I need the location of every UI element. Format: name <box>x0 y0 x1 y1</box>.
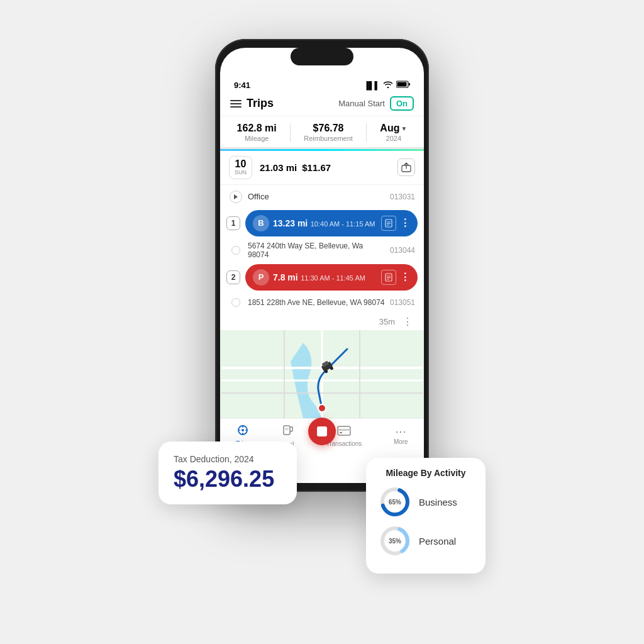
duration-text: 35m <box>379 317 395 326</box>
menu-button[interactable] <box>230 100 242 108</box>
mileage-card-title: Mileage By Activity <box>379 468 473 478</box>
month-selector[interactable]: Aug ▼ <box>380 123 407 134</box>
segment-pill-1[interactable]: B 13.23 mi 10:40 AM - 11:15 AM ⋮ <box>245 210 418 236</box>
svg-rect-32 <box>285 428 289 430</box>
svg-rect-34 <box>338 429 350 431</box>
stats-row: 162.8 mi Mileage $76.78 Reimbursement Au… <box>220 116 424 149</box>
time-display: 9:41 <box>234 80 250 90</box>
trip-amount: $11.67 <box>302 162 331 173</box>
duration-row: 35m ⋮ <box>226 313 418 330</box>
doc-icon-2[interactable] <box>381 270 396 285</box>
manual-start-label: Manual Start <box>338 99 385 108</box>
segment-time-1: 10:40 AM - 11:15 AM <box>311 220 375 228</box>
business-row: 65% Business <box>379 486 473 518</box>
map-svg <box>220 330 424 418</box>
address-stop-2: 1851 228th Ave NE, Bellevue, WA 98074 01… <box>226 292 418 313</box>
date-day: SUN <box>235 169 247 176</box>
reimbursement-value: $76.78 <box>304 123 353 134</box>
address-dot-2 <box>229 296 243 309</box>
dynamic-island <box>291 48 353 65</box>
signal-icon: ▐▌▌ <box>364 81 380 90</box>
address-dot-1 <box>229 243 243 257</box>
more-nav-icon: ⋯ <box>395 426 406 437</box>
more-label: More <box>394 438 408 445</box>
segment-number-2: 2 <box>226 270 240 284</box>
mileage-stat: 162.8 mi Mileage <box>237 123 277 142</box>
stat-divider-1 <box>290 123 291 142</box>
export-button[interactable] <box>397 158 415 176</box>
tax-value: $6,296.25 <box>174 467 282 492</box>
app-title: Trips <box>247 97 274 110</box>
month-stat[interactable]: Aug ▼ 2024 <box>380 123 407 142</box>
personal-label: Personal <box>419 536 456 547</box>
map-area <box>220 330 424 418</box>
month-value: Aug <box>380 123 399 134</box>
scene: 9:41 ▐▌▌ Trips <box>158 39 486 605</box>
svg-text:65%: 65% <box>389 499 401 506</box>
battery-icon <box>396 80 410 90</box>
stop-icon <box>317 426 327 436</box>
segment-letter-2: P <box>253 269 269 286</box>
stat-divider-2 <box>366 123 367 142</box>
app-header: Trips Manual Start On <box>220 94 424 116</box>
business-donut: 65% <box>379 486 411 518</box>
fuel-icon <box>282 424 294 440</box>
timeline: Office 013031 1 B 13.23 mi 10:40 AM - 11… <box>220 185 424 330</box>
origin-stop: Office 013031 <box>226 185 418 209</box>
more-icon-2[interactable]: ⋮ <box>400 271 410 283</box>
duration-more-icon[interactable]: ⋮ <box>402 316 413 328</box>
more-icon-1[interactable]: ⋮ <box>400 217 410 229</box>
segment-actions-1: ⋮ <box>381 216 410 231</box>
wifi-icon <box>383 80 393 90</box>
segment-distance-2: 7.8 mi <box>273 272 298 282</box>
play-circle <box>230 191 242 203</box>
year-value: 2024 <box>380 135 407 142</box>
reimbursement-label: Reimbursement <box>304 135 353 142</box>
header-left: Trips <box>230 97 274 110</box>
svg-text:35%: 35% <box>389 538 401 545</box>
stop-circle-2 <box>231 298 240 307</box>
segment-info-1: 13.23 mi 10:40 AM - 11:15 AM <box>273 218 377 229</box>
svg-marker-4 <box>234 194 238 199</box>
segment-number-1: 1 <box>226 216 240 230</box>
trip-summary: 21.03 mi $11.67 <box>260 162 390 173</box>
record-button[interactable] <box>308 418 336 445</box>
doc-icon-1[interactable] <box>381 216 396 231</box>
stop-circle-1 <box>231 246 240 255</box>
trip-segment-1: 1 B 13.23 mi 10:40 AM - 11:15 AM ⋮ <box>226 210 418 236</box>
origin-indicator <box>229 190 243 204</box>
date-badge: 10 SUN <box>229 156 252 179</box>
header-right: Manual Start On <box>338 96 414 111</box>
personal-donut: 35% <box>379 525 411 557</box>
trip-date-row: 10 SUN 21.03 mi $11.67 <box>220 151 424 185</box>
tax-label: Tax Deduction, 2024 <box>174 454 282 464</box>
trips-icon <box>236 425 250 439</box>
address-text-2: 1851 228th Ave NE, Bellevue, WA 98074 <box>248 298 385 307</box>
trip-segment-2: 2 P 7.8 mi 11:30 AM - 11:45 AM ⋮ <box>226 264 418 291</box>
address-code-1: 013044 <box>390 246 415 255</box>
personal-row: 35% Personal <box>379 525 473 557</box>
manual-start-toggle[interactable]: On <box>390 96 414 111</box>
mileage-card: Mileage By Activity 65% Business 35% Per… <box>366 458 486 574</box>
mileage-label: Mileage <box>237 135 277 142</box>
status-icons: ▐▌▌ <box>364 80 410 90</box>
date-number: 10 <box>235 159 247 169</box>
nav-item-more[interactable]: ⋯ More <box>394 426 408 445</box>
mileage-value: 162.8 mi <box>237 123 277 134</box>
origin-name: Office <box>248 192 385 201</box>
trip-distance: 21.03 mi <box>260 162 297 173</box>
segment-info-2: 7.8 mi 11:30 AM - 11:45 AM <box>273 272 377 283</box>
segment-distance-1: 13.23 mi <box>273 218 308 228</box>
origin-code: 013031 <box>390 192 415 201</box>
svg-rect-35 <box>340 432 342 433</box>
segment-actions-2: ⋮ <box>381 270 410 285</box>
business-label: Business <box>419 497 457 508</box>
reimbursement-stat: $76.78 Reimbursement <box>304 123 353 142</box>
transactions-icon <box>337 425 351 439</box>
address-text-1: 5674 240th Way SE, Bellevue, Wa 98074 <box>248 242 385 259</box>
address-stop-1: 5674 240th Way SE, Bellevue, Wa 98074 01… <box>226 238 418 263</box>
month-arrow-icon: ▼ <box>401 125 407 132</box>
segment-time-2: 11:30 AM - 11:45 AM <box>301 274 365 282</box>
svg-rect-1 <box>397 82 407 87</box>
segment-pill-2[interactable]: P 7.8 mi 11:30 AM - 11:45 AM ⋮ <box>245 264 418 291</box>
